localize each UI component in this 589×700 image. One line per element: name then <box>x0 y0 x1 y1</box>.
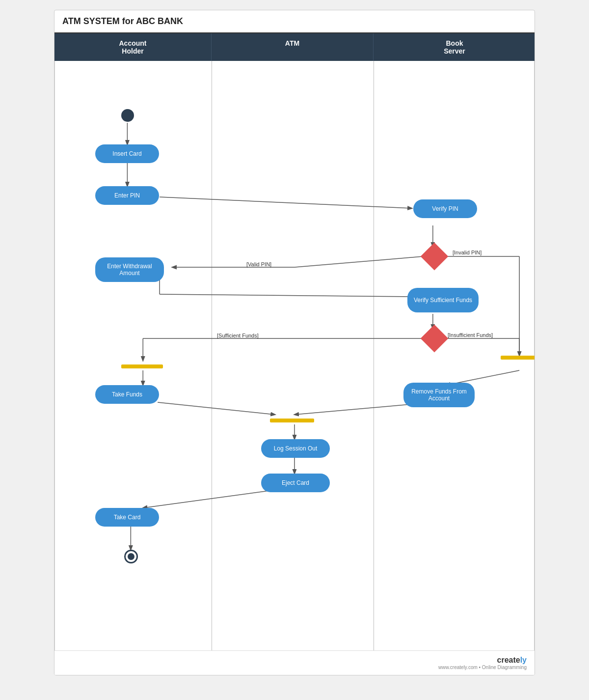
sync-bar-right <box>501 356 535 360</box>
diagram-container: ATM SYSTEM for ABC BANK AccountHolder AT… <box>54 10 535 675</box>
valid-pin-label: [Valid PIN] <box>246 261 271 267</box>
eject-card-node[interactable]: Eject Card <box>261 474 330 492</box>
end-node-inner <box>128 553 134 560</box>
sufficient-funds-label: [Sufficient Funds] <box>217 333 259 338</box>
brand-create: create <box>497 656 520 664</box>
header-account-holder: AccountHolder <box>54 33 212 61</box>
enter-pin-node[interactable]: Enter PIN <box>95 186 159 205</box>
remove-funds-node[interactable]: Remove Funds From Account <box>403 383 475 407</box>
brand-ly: ly <box>520 656 527 664</box>
verify-funds-node[interactable]: Verify Sufficient Funds <box>407 288 479 312</box>
enter-withdrawal-node[interactable]: Enter Withdrawal Amount <box>95 257 164 282</box>
start-node <box>121 109 134 122</box>
swimlane-headers: AccountHolder ATM BookServer <box>54 33 535 61</box>
lane-atm <box>212 61 374 650</box>
creately-logo: creately <box>62 656 527 665</box>
sync-bar-left <box>121 364 163 368</box>
header-atm: ATM <box>212 33 374 61</box>
take-funds-node[interactable]: Take Funds <box>95 385 159 404</box>
header-book-server: BookServer <box>374 33 535 61</box>
diagram-title: ATM SYSTEM for ABC BANK <box>54 10 535 33</box>
footer-subtext: www.creately.com • Online Diagramming <box>62 665 527 670</box>
take-card-node[interactable]: Take Card <box>95 508 159 527</box>
invalid-pin-label: [Invalid PIN] <box>453 250 482 255</box>
footer: creately www.creately.com • Online Diagr… <box>54 650 535 675</box>
verify-pin-node[interactable]: Verify PIN <box>413 199 477 218</box>
insert-card-node[interactable]: Insert Card <box>95 144 159 163</box>
log-session-out-node[interactable]: Log Session Out <box>261 439 330 458</box>
end-node <box>124 550 138 563</box>
diagram-body: Insert Card Enter PIN Enter Withdrawal A… <box>54 61 535 650</box>
sync-bar-atm <box>270 419 314 422</box>
insufficient-funds-label: [Insufficient Funds] <box>448 332 493 338</box>
